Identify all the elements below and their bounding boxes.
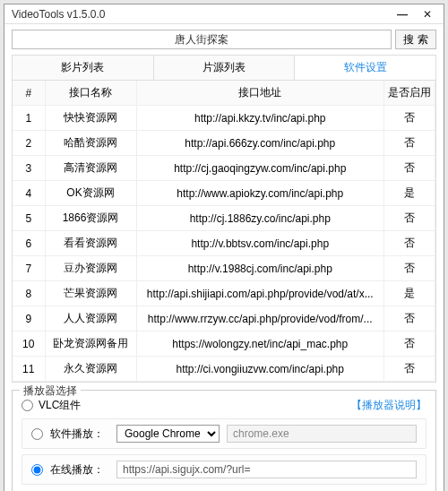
header-index: # [13, 81, 45, 106]
cell-addr: http://api.kkzy.tv/inc/api.php [136, 106, 384, 131]
table-row[interactable]: 9人人资源网http://www.rrzyw.cc/api.php/provid… [13, 306, 435, 332]
radio-online-label: 在线播放： [50, 462, 109, 478]
player-legend: 播放器选择 [20, 383, 81, 399]
table-row[interactable]: 11永久资源网http://ci.vongiiuzvw.com/inc/api.… [13, 357, 435, 382]
tab-settings[interactable]: 软件设置 [295, 56, 435, 80]
cell-index: 2 [13, 131, 45, 156]
cell-index: 9 [13, 306, 45, 332]
player-help-link[interactable]: 【播放器说明】 [351, 398, 426, 413]
cell-addr: http://www.rrzyw.cc/api.php/provide/vod/… [136, 306, 384, 332]
player-fieldset: 播放器选择 VLC组件 【播放器说明】 软件播放： Google Chrome … [12, 390, 436, 491]
header-addr: 接口地址 [136, 81, 384, 106]
cell-addr: https://wolongzy.net/inc/api_mac.php [136, 332, 384, 357]
cell-addr: http://cj.1886zy.co/inc/api.php [136, 206, 384, 231]
cell-name: 哈酷资源网 [45, 131, 136, 156]
cell-index: 5 [13, 206, 45, 231]
table-row[interactable]: 10卧龙资源网备用https://wolongzy.net/inc/api_ma… [13, 332, 435, 357]
cell-index: 8 [13, 281, 45, 306]
radio-vlc-row[interactable]: VLC组件 [22, 398, 81, 413]
cell-enabled: 否 [384, 231, 435, 256]
cell-index: 10 [13, 332, 45, 357]
cell-enabled: 否 [384, 357, 435, 382]
cell-addr: http://www.apiokzy.com/inc/api.php [136, 181, 384, 206]
cell-addr: http://cj.gaoqingzyw.com/inc/api.php [136, 156, 384, 181]
cell-index: 4 [13, 181, 45, 206]
cell-name: 芒果资源网 [45, 281, 136, 306]
software-exe-field [227, 425, 417, 443]
cell-enabled: 是 [384, 281, 435, 306]
radio-vlc[interactable] [22, 400, 33, 411]
tab-video-list[interactable]: 影片列表 [13, 56, 154, 80]
table-row[interactable]: 8芒果资源网http://api.shijiapi.com/api.php/pr… [13, 281, 435, 306]
cell-name: 永久资源网 [45, 357, 136, 382]
radio-software[interactable] [31, 428, 43, 440]
app-window: VideoTools v1.5.0.0 — ✕ 搜 索 影片列表 片源列表 软件… [4, 4, 444, 491]
table-row[interactable]: 6看看资源网http://v.bbtsv.com/inc/api.php否 [13, 231, 435, 256]
cell-index: 6 [13, 231, 45, 256]
window-title: VideoTools v1.5.0.0 [12, 8, 390, 21]
software-select[interactable]: Google Chrome [116, 425, 220, 443]
header-enabled: 是否启用 [384, 81, 435, 106]
api-table: # 接口名称 接口地址 是否启用 1快快资源网http://api.kkzy.t… [12, 80, 436, 383]
online-url-field[interactable] [116, 461, 417, 478]
cell-addr: http://v.bbtsv.com/inc/api.php [136, 231, 384, 256]
radio-software-label: 软件播放： [50, 426, 109, 442]
minimize-button[interactable]: — [390, 8, 415, 21]
header-name: 接口名称 [45, 81, 136, 106]
cell-name: 人人资源网 [45, 306, 136, 332]
cell-name: 1866资源网 [45, 206, 136, 231]
content-area: 搜 索 影片列表 片源列表 软件设置 # 接口名称 接口地址 是否启用 1快快资… [4, 24, 444, 491]
radio-online-row: 在线播放： [22, 454, 426, 485]
tab-source-list[interactable]: 片源列表 [154, 56, 296, 80]
cell-index: 11 [13, 357, 45, 382]
table-row[interactable]: 1快快资源网http://api.kkzy.tv/inc/api.php否 [13, 106, 435, 131]
radio-vlc-label: VLC组件 [39, 398, 81, 413]
cell-index: 7 [13, 256, 45, 281]
table-row[interactable]: 3高清资源网http://cj.gaoqingzyw.com/inc/api.p… [13, 156, 435, 181]
close-button[interactable]: ✕ [415, 8, 440, 21]
table-row[interactable]: 4OK资源网http://www.apiokzy.com/inc/api.php… [13, 181, 435, 206]
cell-enabled: 否 [384, 332, 435, 357]
cell-enabled: 否 [384, 306, 435, 332]
tab-bar: 影片列表 片源列表 软件设置 [12, 55, 436, 80]
radio-software-row: 软件播放： Google Chrome [22, 418, 426, 449]
cell-name: 快快资源网 [45, 106, 136, 131]
cell-enabled: 是 [384, 181, 435, 206]
table-row[interactable]: 51866资源网http://cj.1886zy.co/inc/api.php否 [13, 206, 435, 231]
cell-enabled: 否 [384, 106, 435, 131]
table-row[interactable]: 2哈酷资源网http://api.666zy.com/inc/api.php否 [13, 131, 435, 156]
table-header-row: # 接口名称 接口地址 是否启用 [13, 81, 435, 106]
cell-name: OK资源网 [45, 181, 136, 206]
table-row[interactable]: 7豆办资源网http://v.1988cj.com/inc/api.php否 [13, 256, 435, 281]
cell-name: 豆办资源网 [45, 256, 136, 281]
search-input[interactable] [12, 30, 392, 49]
cell-addr: http://v.1988cj.com/inc/api.php [136, 256, 384, 281]
cell-name: 卧龙资源网备用 [45, 332, 136, 357]
cell-index: 1 [13, 106, 45, 131]
cell-enabled: 否 [384, 206, 435, 231]
titlebar: VideoTools v1.5.0.0 — ✕ [4, 4, 444, 24]
search-button[interactable]: 搜 索 [395, 30, 436, 49]
cell-enabled: 否 [384, 131, 435, 156]
cell-enabled: 否 [384, 156, 435, 181]
radio-online[interactable] [31, 464, 43, 476]
cell-name: 看看资源网 [45, 231, 136, 256]
cell-enabled: 否 [384, 256, 435, 281]
cell-index: 3 [13, 156, 45, 181]
cell-addr: http://api.666zy.com/inc/api.php [136, 131, 384, 156]
search-row: 搜 索 [12, 30, 436, 49]
cell-addr: http://ci.vongiiuzvw.com/inc/api.php [136, 357, 384, 382]
cell-addr: http://api.shijiapi.com/api.php/provide/… [136, 281, 384, 306]
cell-name: 高清资源网 [45, 156, 136, 181]
